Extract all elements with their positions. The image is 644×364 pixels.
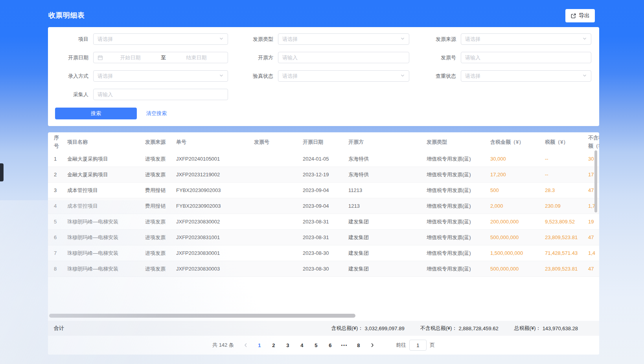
- cell-project: 金融大厦采购项目: [67, 167, 145, 182]
- invoice-source-select[interactable]: 请选择: [461, 33, 591, 45]
- table-row: 2金融大厦采购项目进项发票JXFP202312190022023-12-19东海…: [48, 167, 599, 183]
- cell-doc_no: JXFP20231219002: [176, 167, 254, 182]
- column-header-amount_incl: 含税金额（¥）: [490, 134, 545, 150]
- cell-invoice_no: [254, 218, 303, 225]
- invoice-table-panel: 序号项目名称发票来源单号发票号开票日期开票方发票类型含税金额（¥）税额（¥）不含…: [48, 132, 599, 355]
- chevron-right-icon: [370, 343, 375, 348]
- cell-tax: 28.3: [545, 183, 583, 198]
- cell-tax: 230.09: [545, 198, 583, 214]
- table-row: 1金融大厦采购项目进项发票JXFP202401050012024-01-05东海…: [48, 151, 599, 167]
- cell-amount_incl: 30,000: [490, 151, 545, 166]
- page-button-5[interactable]: 5: [310, 340, 322, 351]
- cell-party: 建发集团: [348, 230, 427, 245]
- summary-total-label: 合计: [54, 325, 64, 332]
- cell-party: 1213: [348, 198, 427, 214]
- summary-amount-incl-tax: 含税总额(¥)：3,032,699,097.89: [331, 325, 405, 332]
- cell-type: 增值税专用发票(蓝): [427, 214, 490, 229]
- next-page-button[interactable]: [367, 340, 378, 351]
- cell-party: 东海特供: [348, 167, 427, 182]
- pagination-total: 共 142 条: [212, 342, 234, 349]
- cell-party: 11213: [348, 183, 427, 198]
- collector-label: 采集人: [53, 91, 93, 98]
- summary-amount-excl-tax: 不含税总额(¥)：2,888,728,459.62: [420, 325, 499, 332]
- chevron-down-icon: [400, 36, 405, 42]
- invoice-date-label: 开票日期: [53, 54, 93, 61]
- clear-search-button[interactable]: 清空搜索: [146, 108, 167, 119]
- cell-type: 增值税专用发票(蓝): [427, 151, 490, 166]
- column-header-party: 开票方: [348, 134, 427, 150]
- cell-project: 珠穆朗玛峰—电梯安装: [67, 261, 145, 276]
- cell-amount_excl: 47: [583, 261, 599, 276]
- entry-method-select[interactable]: 请选择: [93, 70, 228, 82]
- cell-amount_excl: 1,4: [583, 245, 599, 261]
- cell-source: 进项发票: [145, 261, 176, 276]
- cell-tax: 9,523,809.52: [545, 214, 583, 229]
- table-row: 5珠穆朗玛峰—电梯安装进项发票JXFP202308300022023-08-31…: [48, 214, 599, 230]
- page-button-3[interactable]: 3: [282, 340, 294, 351]
- page-button-1[interactable]: 1: [254, 340, 265, 351]
- table-row: 4成本管控项目费用报销FYBX202309020032023-09-041213…: [48, 198, 599, 214]
- cell-date: 2023-08-31: [303, 230, 348, 245]
- cell-project: 珠穆朗玛峰—电梯安装: [67, 214, 145, 229]
- page-button-4[interactable]: 4: [296, 340, 308, 351]
- summary-total-tax: 总税额(¥)：143,970,638.28: [514, 325, 578, 332]
- invoice-date-range-picker[interactable]: 开始日期 至 结束日期: [93, 52, 228, 63]
- chevron-down-icon: [582, 36, 587, 42]
- vertical-scrollbar-thumb[interactable]: [594, 150, 597, 212]
- export-icon: [570, 13, 576, 19]
- cell-date: 2023-12-19: [303, 167, 348, 182]
- table-row: 8珠穆朗玛峰—电梯安装进项发票JXFP202308300032023-08-30…: [48, 261, 599, 277]
- column-header-tax: 税额（¥）: [545, 134, 583, 150]
- cell-source: 费用报销: [145, 183, 176, 198]
- cell-type: 增值税专用发票(蓝): [427, 183, 490, 198]
- column-header-doc_no: 单号: [176, 134, 254, 150]
- cell-invoice_no: [254, 171, 303, 178]
- search-button[interactable]: 搜索: [55, 108, 137, 119]
- horizontal-scrollbar-thumb[interactable]: [49, 314, 355, 318]
- page-button-6[interactable]: 6: [324, 340, 336, 351]
- invoice-no-input-wrap: [461, 52, 591, 63]
- page-button-2[interactable]: 2: [268, 340, 280, 351]
- more-pages-button[interactable]: •••: [339, 340, 350, 351]
- export-button[interactable]: 导出: [565, 9, 595, 22]
- cell-invoice_no: [254, 203, 303, 210]
- invoice-no-label: 发票号: [410, 54, 461, 61]
- invoice-type-select[interactable]: 请选择: [278, 33, 409, 45]
- cell-idx: 3: [48, 183, 67, 198]
- cell-project: 金融大厦采购项目: [67, 151, 145, 166]
- cell-date: 2023-08-30: [303, 245, 348, 261]
- summary-row: 合计 含税总额(¥)：3,032,699,097.89 不含税总额(¥)：2,8…: [48, 321, 599, 336]
- cell-invoice_no: [254, 265, 303, 273]
- project-label: 项目: [53, 36, 93, 43]
- side-drawer-handle[interactable]: [0, 163, 4, 181]
- cell-date: 2023-08-31: [303, 214, 348, 229]
- cell-type: 增值税专用发票(蓝): [427, 167, 490, 182]
- project-select[interactable]: 请选择: [93, 33, 228, 45]
- cell-doc_no: JXFP20230830002: [176, 214, 254, 229]
- invoice-source-label: 发票来源: [410, 36, 461, 43]
- cell-idx: 6: [48, 230, 67, 245]
- invoicing-party-input[interactable]: [282, 55, 405, 60]
- cell-tax: --: [545, 151, 583, 166]
- page-button-8[interactable]: 8: [353, 340, 364, 351]
- cell-invoice_no: [254, 250, 303, 257]
- column-header-invoice_no: 发票号: [254, 134, 303, 150]
- horizontal-scrollbar: [48, 313, 599, 318]
- cell-project: 成本管控项目: [67, 198, 145, 214]
- table-row: 6珠穆朗玛峰—电梯安装进项发票JXFP202308310012023-08-31…: [48, 230, 599, 245]
- table-row: 7珠穆朗玛峰—电梯安装进项发票JXFP202308300012023-08-30…: [48, 245, 599, 261]
- cell-date: 2024-01-05: [303, 151, 348, 166]
- dup-check-status-select[interactable]: 请选择: [461, 70, 591, 82]
- verify-status-select[interactable]: 请选择: [278, 70, 409, 82]
- column-header-idx: 序号: [48, 132, 67, 154]
- cell-project: 珠穆朗玛峰—电梯安装: [67, 245, 145, 261]
- cell-idx: 8: [48, 261, 67, 276]
- cell-source: 进项发票: [145, 230, 176, 245]
- goto-page-input[interactable]: [409, 340, 427, 351]
- cell-source: 进项发票: [145, 245, 176, 261]
- invoice-no-input[interactable]: [465, 55, 587, 60]
- cell-idx: 1: [48, 151, 67, 166]
- collector-input[interactable]: [98, 91, 224, 97]
- cell-source: 进项发票: [145, 151, 176, 166]
- prev-page-button[interactable]: [240, 340, 251, 351]
